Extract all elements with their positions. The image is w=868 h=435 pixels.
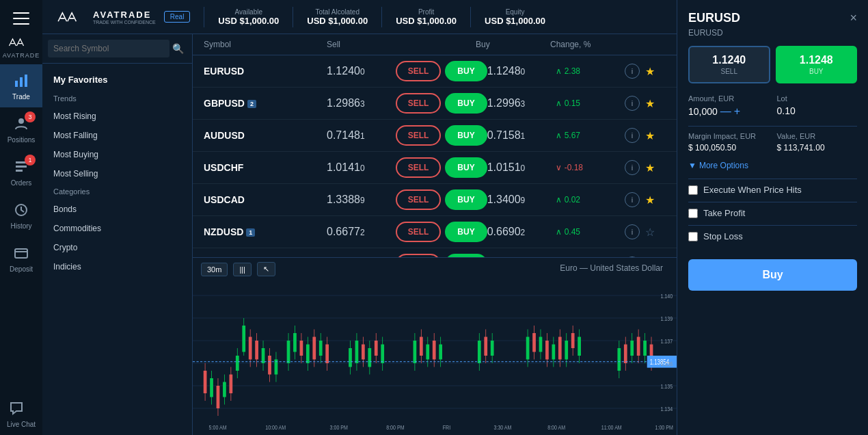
buy-price-button[interactable]: 1.1248 BUY bbox=[776, 46, 858, 83]
col-sell: Sell bbox=[327, 40, 401, 49]
search-input[interactable] bbox=[48, 40, 169, 57]
take-profit-checkbox[interactable] bbox=[688, 209, 698, 218]
search-box: 🔍 bbox=[42, 34, 192, 64]
most-selling-item[interactable]: Most Selling bbox=[42, 164, 192, 183]
nav-item-positions[interactable]: 3 Positions bbox=[0, 107, 42, 150]
more-options-label: More Options bbox=[699, 161, 748, 170]
symbol-name: AUDUSD bbox=[204, 130, 327, 141]
col-buy: Buy bbox=[476, 40, 550, 49]
nav-item-orders[interactable]: 1 Orders bbox=[0, 150, 42, 194]
sell-price-button[interactable]: 1.1240 SELL bbox=[688, 46, 770, 83]
most-buying-item[interactable]: Most Buying bbox=[42, 145, 192, 164]
hamburger-menu[interactable] bbox=[13, 12, 29, 25]
buy-price: 0.71581 bbox=[487, 129, 556, 142]
star-button[interactable]: ★ bbox=[645, 161, 655, 174]
change-value: ∨ -0.18 bbox=[556, 163, 625, 172]
buy-button[interactable]: BUY bbox=[445, 222, 487, 242]
profit-label: Profit bbox=[396, 8, 457, 16]
table-row: USDCAD 1.33889 SELL BUY 1.34009 ∧ 0.02 i… bbox=[193, 184, 677, 216]
most-rising-item[interactable]: Most Rising bbox=[42, 107, 192, 126]
amount-increase-btn[interactable]: + bbox=[734, 105, 740, 118]
col-change: Change, % bbox=[550, 40, 625, 49]
favorites-item[interactable]: My Favorites bbox=[42, 69, 192, 90]
sell-price: 0.66772 bbox=[327, 226, 396, 238]
info-button[interactable]: i bbox=[625, 64, 640, 79]
buy-button[interactable]: BUY bbox=[445, 189, 487, 210]
sell-button[interactable]: SELL bbox=[396, 61, 442, 81]
live-chat-label: Live Chat bbox=[7, 421, 36, 428]
available-value: USD $1,000.00 bbox=[218, 16, 279, 26]
info-button[interactable]: i bbox=[625, 224, 640, 239]
symbol-name: USDCHF bbox=[204, 162, 327, 173]
info-button[interactable]: i bbox=[625, 96, 640, 111]
table-row: USDCHF 1.01410 SELL BUY 1.01510 ∨ -0.18 … bbox=[193, 152, 677, 184]
sell-buy-btns: SELL BUY bbox=[396, 93, 487, 114]
svg-rect-8 bbox=[15, 249, 27, 258]
chat-icon bbox=[7, 399, 26, 418]
info-button[interactable]: i bbox=[625, 192, 640, 207]
panel-title: EURUSD bbox=[688, 11, 740, 25]
nav-item-deposit[interactable]: Deposit bbox=[0, 237, 42, 280]
sell-button[interactable]: SELL bbox=[396, 93, 442, 114]
star-button[interactable]: ☆ bbox=[645, 226, 655, 239]
crypto-item[interactable]: Crypto bbox=[42, 238, 192, 257]
stop-loss-checkbox[interactable] bbox=[688, 232, 698, 241]
star-button[interactable]: ★ bbox=[645, 194, 655, 207]
star-button[interactable]: ★ bbox=[645, 97, 655, 110]
buy-button[interactable]: BUY bbox=[445, 93, 487, 114]
live-chat[interactable]: Live Chat bbox=[7, 392, 36, 435]
sell-button[interactable]: SELL bbox=[396, 189, 442, 210]
buy-label: BUY bbox=[784, 68, 850, 75]
trends-label: Trends bbox=[42, 90, 192, 107]
search-button[interactable]: 🔍 bbox=[169, 43, 187, 54]
sell-price: 1.33889 bbox=[327, 194, 396, 206]
lot-group: Lot 0.10 bbox=[777, 94, 858, 118]
row-actions: i ★ bbox=[625, 128, 666, 143]
nav-item-history[interactable]: History bbox=[0, 194, 42, 237]
buy-button[interactable]: BUY bbox=[445, 61, 487, 81]
commodities-item[interactable]: Commodities bbox=[42, 219, 192, 238]
equity-label: Equity bbox=[485, 8, 545, 16]
symbol-name: USDCAD bbox=[204, 194, 327, 205]
buy-button[interactable]: BUY bbox=[445, 125, 487, 146]
svg-text:5:00 AM: 5:00 AM bbox=[209, 423, 227, 431]
buy-price: 0.66902 bbox=[487, 226, 556, 238]
divider bbox=[688, 126, 857, 127]
final-buy-button[interactable]: Buy bbox=[688, 259, 857, 291]
sell-buy-btns: SELL BUY bbox=[396, 61, 487, 81]
time-selector[interactable]: 30m bbox=[201, 263, 228, 276]
buy-button[interactable]: BUY bbox=[445, 157, 487, 178]
margin-value: $ 100,050.50 bbox=[688, 143, 769, 153]
chart-type-btn[interactable]: ||| bbox=[233, 263, 252, 276]
info-button[interactable]: i bbox=[625, 128, 640, 143]
info-button[interactable]: i bbox=[625, 160, 640, 175]
panel-close-button[interactable]: × bbox=[850, 11, 857, 25]
most-falling-item[interactable]: Most Falling bbox=[42, 126, 192, 145]
total-allocated-label: Total Alcolated bbox=[307, 8, 368, 16]
divider4 bbox=[688, 225, 857, 226]
amount-decrease-btn[interactable]: — bbox=[720, 105, 731, 118]
sell-button[interactable]: SELL bbox=[396, 157, 442, 178]
nav-item-trade[interactable]: Trade bbox=[0, 64, 42, 107]
right-panel: EURUSD × EURUSD 1.1240 SELL 1.1248 BUY A… bbox=[677, 0, 868, 435]
star-button[interactable]: ★ bbox=[645, 65, 655, 78]
sell-button[interactable]: SELL bbox=[396, 125, 442, 146]
indicies-item[interactable]: Indicies bbox=[42, 257, 192, 276]
deposit-icon bbox=[12, 243, 31, 263]
buy-price: 1.29963 bbox=[487, 97, 556, 109]
sell-buy-btns: SELL BUY bbox=[396, 189, 487, 210]
bonds-item[interactable]: Bonds bbox=[42, 200, 192, 219]
row-actions: i ★ bbox=[625, 160, 666, 175]
svg-text:1.137: 1.137 bbox=[660, 337, 673, 345]
table-row: GBPUSD2 1.29863 SELL BUY 1.29963 ∧ 0.15 … bbox=[193, 88, 677, 120]
star-button[interactable]: ★ bbox=[645, 129, 655, 142]
more-options-btn[interactable]: ▼ More Options bbox=[688, 161, 857, 170]
positions-label: Positions bbox=[8, 136, 36, 144]
take-profit-row: Take Profit bbox=[688, 208, 857, 218]
positions-badge: 3 bbox=[25, 111, 36, 122]
execute-checkbox[interactable] bbox=[688, 185, 698, 195]
cursor-btn[interactable]: ↖ bbox=[257, 262, 275, 276]
sell-button[interactable]: SELL bbox=[396, 222, 442, 242]
equity-stat: Equity USD $1,000.00 bbox=[485, 8, 545, 26]
row-actions: i ★ bbox=[625, 64, 666, 79]
